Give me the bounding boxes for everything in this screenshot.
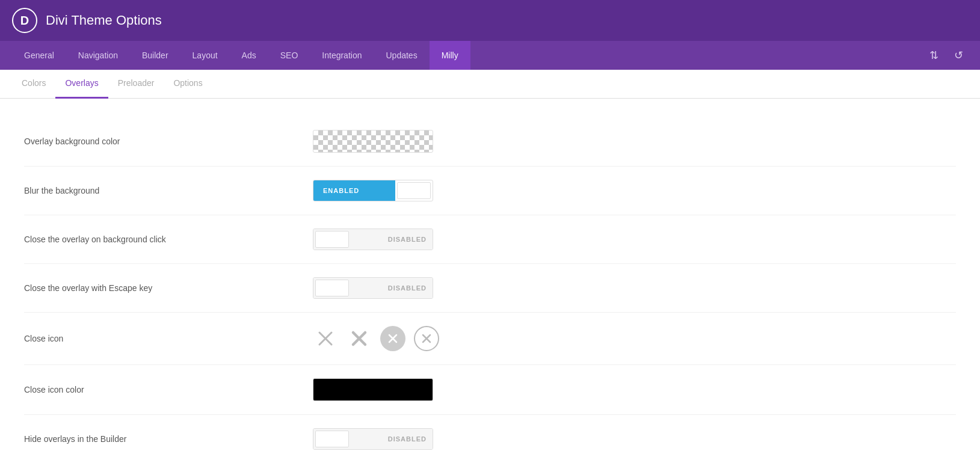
toggle-disabled-box-3 [315,431,349,447]
top-nav-item-updates[interactable]: Updates [374,41,429,70]
top-nav-item-seo[interactable]: SEO [268,41,310,70]
toggle-disabled-box-1 [315,231,349,248]
top-nav: General Navigation Builder Layout Ads SE… [0,41,980,70]
toggle-disabled-label-3: DISABLED [351,435,433,443]
setting-control-close-on-escape: DISABLED [313,277,433,299]
close-icon-plain-x[interactable] [313,326,338,351]
top-nav-item-ads[interactable]: Ads [230,41,268,70]
setting-label-hide-overlays: Hide overlays in the Builder [24,434,313,444]
toggle-enabled-label: ENABLED [313,180,395,201]
sub-nav: Colors Overlays Preloader Options [0,70,980,99]
close-escape-toggle[interactable]: DISABLED [313,277,433,299]
toggle-enabled-box [397,182,431,199]
top-nav-item-general[interactable]: General [12,41,66,70]
setting-control-close-on-bg-click: DISABLED [313,228,433,250]
close-icon-bold-x[interactable] [347,326,372,351]
close-icons-row [313,326,439,351]
toggle-disabled-box-2 [315,280,349,296]
sub-nav-item-overlays[interactable]: Overlays [55,70,108,99]
top-nav-items: General Navigation Builder Layout Ads SE… [12,41,925,70]
setting-blur-background: Blur the background ENABLED [24,167,956,215]
setting-label-close-on-escape: Close the overlay with Escape key [24,283,313,293]
undo-button[interactable]: ↺ [949,46,968,64]
header: D Divi Theme Options [0,0,980,41]
setting-label-close-icon-color: Close icon color [24,385,313,394]
top-nav-item-navigation[interactable]: Navigation [66,41,130,70]
hide-overlays-toggle[interactable]: DISABLED [313,428,433,450]
blur-background-toggle[interactable]: ENABLED [313,180,433,201]
setting-label-close-on-bg-click: Close the overlay on background click [24,235,313,244]
setting-close-on-bg-click: Close the overlay on background click DI… [24,215,956,264]
setting-overlay-bg-color: Overlay background color [24,117,956,167]
toggle-disabled-area-2: DISABLED [313,278,433,298]
sub-nav-item-options[interactable]: Options [164,70,212,99]
setting-control-overlay-bg-color [313,130,433,153]
header-title: Divi Theme Options [46,13,162,28]
sort-button[interactable]: ⇅ [925,46,943,64]
toggle-disabled-label-1: DISABLED [351,236,433,243]
setting-close-on-escape: Close the overlay with Escape key DISABL… [24,264,956,313]
setting-close-icon-color: Close icon color [24,365,956,415]
close-icon-color-swatch[interactable] [313,378,433,401]
close-bg-click-toggle[interactable]: DISABLED [313,228,433,250]
toggle-disabled-label-2: DISABLED [351,284,433,292]
sub-nav-item-colors[interactable]: Colors [12,70,55,99]
setting-control-close-icon-color [313,378,433,401]
top-nav-item-layout[interactable]: Layout [180,41,230,70]
setting-control-blur-background: ENABLED [313,180,433,201]
setting-control-hide-overlays: DISABLED [313,428,433,450]
main-content: Overlay background color Blur the backgr… [0,99,980,457]
toggle-disabled-area-3: DISABLED [313,429,433,449]
top-nav-item-builder[interactable]: Builder [130,41,180,70]
toggle-disabled-area-1: DISABLED [313,229,433,250]
header-logo: D [12,8,37,33]
setting-label-close-icon: Close icon [24,334,313,343]
setting-label-overlay-bg-color: Overlay background color [24,136,313,146]
close-icon-circle-outline[interactable] [414,326,439,351]
sub-nav-item-preloader[interactable]: Preloader [108,70,164,99]
top-nav-actions: ⇅ ↺ [925,46,968,64]
top-nav-item-integration[interactable]: Integration [310,41,374,70]
overlay-bg-color-swatch[interactable] [313,130,433,153]
setting-close-icon: Close icon [24,313,956,365]
setting-hide-overlays: Hide overlays in the Builder DISABLED [24,415,956,457]
close-icon-circle-filled[interactable] [380,326,405,351]
setting-label-blur-background: Blur the background [24,186,313,195]
setting-control-close-icon [313,326,439,351]
top-nav-item-milly[interactable]: Milly [430,41,470,70]
